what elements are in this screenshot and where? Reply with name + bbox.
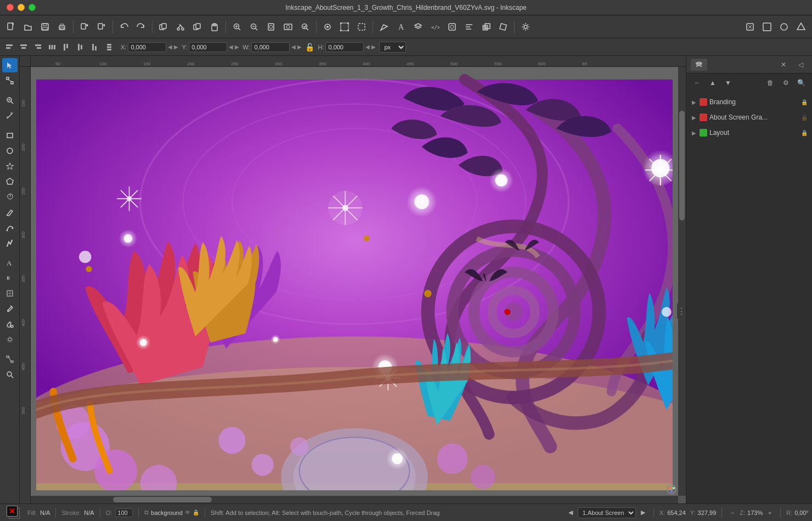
search-tool[interactable] [2, 367, 18, 382]
distribute-h[interactable] [46, 41, 58, 53]
panel-back-btn[interactable]: ← [691, 76, 704, 89]
prev-page-btn[interactable]: ◀ [566, 508, 576, 518]
snap-right-1[interactable] [742, 19, 758, 35]
h-plus[interactable]: ▶ [371, 44, 376, 50]
layer-branding[interactable]: ▶ Branding 🔒 [686, 94, 812, 110]
zoom-out-status-btn[interactable]: − [728, 508, 737, 518]
pen-tool[interactable] [376, 19, 392, 35]
units-select[interactable]: px mm cm in [379, 42, 406, 53]
layers-tab[interactable] [691, 59, 707, 71]
snap-nodes[interactable] [337, 19, 352, 35]
x-plus[interactable]: ▶ [174, 44, 178, 50]
expand-branding[interactable]: ▶ [691, 99, 697, 105]
redo-button[interactable] [133, 19, 149, 35]
expand-layout[interactable]: ▶ [691, 129, 697, 136]
h-input[interactable] [325, 42, 364, 52]
transform-tool[interactable] [495, 19, 511, 35]
close-panel-btn[interactable]: ✕ [776, 59, 791, 71]
x-input[interactable] [128, 42, 166, 52]
y-minus[interactable]: ◀ [229, 44, 233, 50]
canvas-container[interactable]: 50 100 150 200 250 300 350 400 450 500 5… [20, 56, 686, 503]
duplicate-button[interactable] [156, 19, 171, 35]
object-props[interactable] [444, 19, 460, 35]
pencil-tool[interactable] [2, 205, 18, 219]
select-tool[interactable] [2, 58, 18, 72]
next-page-btn[interactable]: ▶ [638, 508, 648, 518]
snap-right-2[interactable] [759, 19, 775, 35]
layer-lock-icon[interactable]: 🔒 [193, 509, 199, 516]
align-tool[interactable] [461, 19, 477, 35]
save-button[interactable] [37, 19, 53, 35]
text-tool[interactable]: A [393, 19, 409, 35]
zoom-draw-button[interactable] [297, 19, 313, 35]
align-top[interactable] [60, 41, 72, 53]
connector-tool[interactable] [2, 352, 18, 366]
opacity-input[interactable] [115, 508, 133, 517]
snap-bbox[interactable] [354, 19, 369, 35]
layers-tool[interactable] [410, 19, 426, 35]
panel-search-btn[interactable]: 🔍 [794, 76, 808, 89]
x-minus[interactable]: ◀ [168, 44, 172, 50]
preferences-button[interactable] [518, 19, 533, 35]
align-center-h[interactable] [18, 41, 30, 53]
node-tool[interactable] [2, 73, 18, 88]
layer-eye-icon[interactable]: 👁 [185, 509, 190, 516]
zoom-in-status-btn[interactable]: + [765, 508, 775, 518]
canvas[interactable] [31, 67, 678, 496]
align-right[interactable] [32, 41, 44, 53]
zoom-page-button[interactable] [263, 19, 279, 35]
layer-about-screen[interactable]: ▶ About Screen Gra... 🔒 [686, 110, 812, 125]
mesh-gradient-tool[interactable] [2, 286, 18, 301]
circle-tool[interactable] [2, 144, 18, 158]
paste-button[interactable] [207, 19, 222, 35]
minimize-button[interactable] [18, 4, 25, 11]
zoom-tool[interactable] [2, 93, 18, 107]
panel-delete-btn[interactable]: 🗑 [764, 76, 777, 89]
lock-ratio-btn[interactable]: 🔓 [305, 43, 314, 52]
gradient-tool[interactable] [2, 271, 18, 285]
dropper-tool[interactable] [2, 302, 18, 316]
panel-options-btn[interactable]: ◁ [794, 59, 808, 71]
lock-branding[interactable]: 🔒 [801, 99, 808, 105]
open-button[interactable] [20, 19, 36, 35]
y-plus[interactable]: ▶ [235, 44, 239, 50]
more-panel-button[interactable]: ⋮ [677, 303, 686, 319]
new-button[interactable] [3, 19, 19, 35]
undo-button[interactable] [116, 19, 132, 35]
zoom-out-button[interactable] [246, 19, 262, 35]
snap-toggle[interactable] [320, 19, 335, 35]
align-left[interactable] [3, 41, 15, 53]
align-bottom[interactable] [89, 41, 101, 53]
y-input[interactable] [189, 42, 227, 52]
zoom-fit-button[interactable] [280, 19, 296, 35]
cut-button[interactable] [173, 19, 188, 35]
panel-settings-btn[interactable]: ⚙ [779, 76, 792, 89]
w-minus[interactable]: ◀ [291, 44, 296, 50]
fill-box[interactable]: ✕ [7, 506, 18, 517]
measure-tool[interactable] [2, 109, 18, 123]
polygon-tool[interactable] [2, 174, 18, 189]
fill-stroke-tool[interactable] [478, 19, 494, 35]
vertical-scrollbar[interactable] [678, 67, 686, 496]
w-plus[interactable]: ▶ [297, 44, 302, 50]
snap-right-3[interactable] [776, 19, 792, 35]
import-button[interactable] [77, 19, 92, 35]
blur-tool[interactable] [2, 332, 18, 347]
h-scroll-thumb[interactable] [113, 497, 212, 502]
w-input[interactable] [251, 42, 290, 52]
star-tool[interactable] [2, 159, 18, 173]
distribute-v[interactable] [103, 41, 115, 53]
xml-editor[interactable]: </> [427, 19, 443, 35]
maximize-button[interactable] [29, 4, 36, 11]
copy-button[interactable] [190, 19, 205, 35]
align-middle-v[interactable] [75, 41, 87, 53]
panel-down-btn[interactable]: ▼ [721, 76, 735, 89]
page-selector[interactable]: 1.About Screen [578, 507, 636, 518]
close-button[interactable] [7, 4, 14, 11]
lock-layout[interactable]: 🔒 [801, 130, 808, 136]
snap-right-4[interactable] [793, 19, 809, 35]
pen-bezier-tool[interactable] [2, 220, 18, 235]
print-button[interactable] [54, 19, 70, 35]
calligraphy-tool[interactable] [2, 236, 18, 250]
h-minus[interactable]: ◀ [365, 44, 370, 50]
